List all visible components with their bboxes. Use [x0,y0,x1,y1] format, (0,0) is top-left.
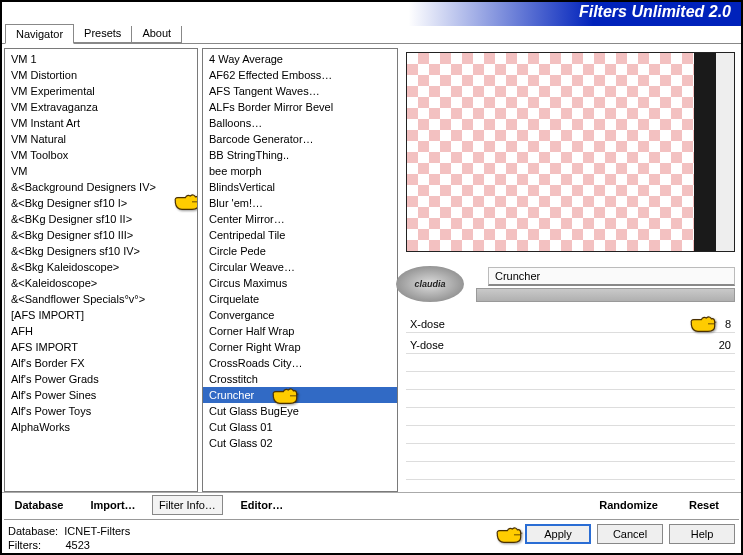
list-item[interactable]: bee morph [203,163,397,179]
list-item[interactable]: Circular Weave… [203,259,397,275]
list-item[interactable]: Cut Glass 01 [203,419,397,435]
author-badge-text: claudia [414,279,445,289]
list-item[interactable]: VM [5,163,197,179]
list-item[interactable]: Cirquelate [203,291,397,307]
param-label: Y-dose [410,339,460,351]
list-item[interactable]: AFS IMPORT [5,339,197,355]
database-button[interactable]: Database [4,495,74,515]
list-item[interactable]: VM Natural [5,131,197,147]
param-value: 20 [707,339,731,351]
preview-white-column [716,53,734,251]
param-label: X-dose [410,318,460,330]
current-filter-name: Cruncher [488,267,735,286]
list-item[interactable]: AlphaWorks [5,419,197,435]
list-item[interactable]: Convergance [203,307,397,323]
editor-button[interactable]: Editor… [227,495,297,515]
list-item[interactable]: Alf's Power Toys [5,403,197,419]
param-row[interactable]: X-dose8 [406,316,735,333]
list-item[interactable]: Cruncher [203,387,397,403]
tab-presets[interactable]: Presets [73,23,132,43]
list-item[interactable]: ALFs Border Mirror Bevel [203,99,397,115]
param-row[interactable]: Y-dose20 [406,337,735,354]
list-item[interactable]: Corner Half Wrap [203,323,397,339]
list-item[interactable]: AFH [5,323,197,339]
apply-button[interactable]: Apply [525,524,591,544]
list-item[interactable]: Blur 'em!… [203,195,397,211]
list-item[interactable]: &<Bkg Designer sf10 I> [5,195,197,211]
list-item[interactable]: &<Sandflower Specials°v°> [5,291,197,307]
list-item[interactable]: AFS Tangent Waves… [203,83,397,99]
list-item[interactable]: VM Experimental [5,83,197,99]
list-item[interactable]: &<BKg Designer sf10 II> [5,211,197,227]
filter-info-button[interactable]: Filter Info… [152,495,223,515]
status-filters-label: Filters: [8,539,41,551]
list-item[interactable]: Cut Glass BugEye [203,403,397,419]
param-row-empty [406,448,735,462]
list-item[interactable]: &<Bkg Designers sf10 IV> [5,243,197,259]
progress-bar [476,288,735,302]
import-button[interactable]: Import… [78,495,148,515]
list-item[interactable]: &<Kaleidoscope> [5,275,197,291]
author-badge-icon: claudia [396,266,464,302]
list-item[interactable]: Barcode Generator… [203,131,397,147]
help-button[interactable]: Help [669,524,735,544]
list-item[interactable]: &<Bkg Designer sf10 III> [5,227,197,243]
list-item[interactable]: VM Distortion [5,67,197,83]
list-item[interactable]: VM 1 [5,51,197,67]
tab-navigator[interactable]: Navigator [5,24,74,44]
param-row-empty [406,412,735,426]
randomize-button[interactable]: Randomize [592,495,665,515]
reset-button[interactable]: Reset [669,495,739,515]
list-item[interactable]: Centripedal Tile [203,227,397,243]
preview-dark-column [694,53,716,251]
list-item[interactable]: BB StringThing.. [203,147,397,163]
status-db-label: Database: [8,525,58,537]
category-list[interactable]: VM 1VM DistortionVM ExperimentalVM Extra… [4,48,198,492]
title-bar: Filters Unlimited 2.0 [2,2,741,26]
list-item[interactable]: 4 Way Average [203,51,397,67]
pointer-hand-icon [495,524,523,544]
list-item[interactable]: Circus Maximus [203,275,397,291]
list-item[interactable]: Crosstitch [203,371,397,387]
list-item[interactable]: Alf's Power Sines [5,387,197,403]
cancel-button[interactable]: Cancel [597,524,663,544]
list-item[interactable]: BlindsVertical [203,179,397,195]
list-item[interactable]: Cut Glass 02 [203,435,397,451]
list-item[interactable]: Center Mirror… [203,211,397,227]
toolbar: Database Import… Filter Info… Editor… Ra… [2,492,741,519]
list-item[interactable]: &<Bkg Kaleidoscope> [5,259,197,275]
param-row-empty [406,394,735,408]
pointer-hand-icon [271,385,299,405]
list-item[interactable]: Balloons… [203,115,397,131]
param-row-empty [406,466,735,480]
parameter-panel: X-dose8Y-dose20 [406,316,735,480]
list-item[interactable]: VM Toolbox [5,147,197,163]
list-item[interactable]: Alf's Power Grads [5,371,197,387]
list-item[interactable]: Corner Right Wrap [203,339,397,355]
list-item[interactable]: VM Instant Art [5,115,197,131]
list-item[interactable]: &<Background Designers IV> [5,179,197,195]
param-row-empty [406,358,735,372]
list-item[interactable]: [AFS IMPORT] [5,307,197,323]
tab-about[interactable]: About [131,23,182,43]
list-item[interactable]: CrossRoads City… [203,355,397,371]
status-bar: Database: ICNET-Filters Filters: 4523 [8,524,130,552]
param-row-empty [406,430,735,444]
list-item[interactable]: VM Extravaganza [5,99,197,115]
list-item[interactable]: AF62 Effected Emboss… [203,67,397,83]
preview-area [406,52,735,252]
list-item[interactable]: Alf's Border FX [5,355,197,371]
param-row-empty [406,376,735,390]
param-value: 8 [707,318,731,330]
filter-list[interactable]: 4 Way AverageAF62 Effected Emboss…AFS Ta… [202,48,398,492]
app-title: Filters Unlimited 2.0 [579,3,731,21]
status-db-value: ICNET-Filters [64,525,130,537]
status-filters-value: 4523 [65,539,89,551]
list-item[interactable]: Circle Pede [203,243,397,259]
